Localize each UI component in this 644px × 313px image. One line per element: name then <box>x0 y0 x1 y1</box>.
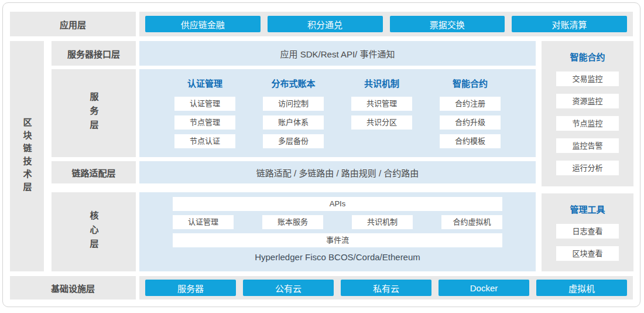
core-apis-bar: APIs <box>173 197 502 211</box>
service-group-auth: 认证管理 认证管理 节点管理 节点认证 <box>174 77 235 157</box>
core-modules-row: 认证管理 账本服务 共识机制 合约虚拟机 <box>173 215 502 229</box>
core-module: 认证管理 <box>173 215 234 229</box>
core-module: 共识机制 <box>352 215 413 229</box>
server-interface-layer-label: 服务器接口层 <box>52 41 136 66</box>
core-event-stream-bar: 事件流 <box>173 233 502 247</box>
service-item: 账户体系 <box>263 115 324 130</box>
service-layer-panel: 认证管理 认证管理 节点管理 节点认证 分布式账本 访问控制 账户体系 多层备份… <box>139 69 536 157</box>
service-layer-label: 服务层 <box>52 69 136 157</box>
monitor-item: 节点监控 <box>556 116 619 131</box>
link-adapter-content: 链路适配 / 多链路由 / 路由规则 / 合约路由 <box>139 161 536 183</box>
infra-box-private-cloud: 私有云 <box>341 280 431 296</box>
infra-layer-label: 基础设施层 <box>10 276 136 300</box>
service-group-header: 智能合约 <box>440 77 501 89</box>
infra-box-docker: Docker <box>439 280 529 296</box>
architecture-diagram: 应用层 供应链金融 积分通兑 票据交换 对账清算 区块链技术层 服务器接口层 服… <box>0 0 644 313</box>
tools-panel-items: 日志查看 区块查看 <box>542 224 633 261</box>
infra-layer-band: 服务器 公有云 私有云 Docker 虚拟机 <box>139 276 633 300</box>
core-platforms-text: Hyperledger Fisco BCOS/Corda/Ethereum <box>173 252 502 262</box>
service-group-header: 认证管理 <box>174 77 235 89</box>
service-group-ledger: 分布式账本 访问控制 账户体系 多层备份 <box>263 77 324 157</box>
core-module: 合约虚拟机 <box>441 215 502 229</box>
service-group-smart-contract: 智能合约 合约注册 合约升级 合约模板 <box>440 77 501 157</box>
app-layer-band: 供应链金融 积分通兑 票据交换 对账清算 <box>139 12 633 36</box>
tools-item: 区块查看 <box>556 246 619 261</box>
infra-box-public-cloud: 公有云 <box>243 280 334 296</box>
app-layer-label: 应用层 <box>10 12 136 36</box>
core-layer-text: 核心层 <box>88 211 100 253</box>
service-item: 认证管理 <box>174 97 235 111</box>
core-module: 账本服务 <box>262 215 323 229</box>
service-item: 合约注册 <box>440 97 501 111</box>
link-adapter-layer-label: 链路适配层 <box>52 161 136 183</box>
service-item: 共识管理 <box>351 97 412 111</box>
blockchain-tech-layer-text: 区块链技术层 <box>21 118 33 195</box>
service-item: 节点管理 <box>174 115 235 130</box>
blockchain-tech-layer-label: 区块链技术层 <box>10 41 44 271</box>
core-layer-panel: APIs 认证管理 账本服务 共识机制 合约虚拟机 事件流 Hyperledge… <box>139 192 536 271</box>
service-group-header: 共识机制 <box>351 77 412 89</box>
service-item: 访问控制 <box>263 97 324 111</box>
tools-item: 日志查看 <box>556 224 619 239</box>
service-layer-text: 服务层 <box>88 92 100 134</box>
app-box-bill-exchange: 票据交换 <box>390 16 505 32</box>
app-box-reconciliation-clearing: 对账清算 <box>512 16 627 32</box>
monitor-item: 运行分析 <box>556 161 619 175</box>
monitor-panel: 智能合约 交易监控 资源监控 节点监控 监控告警 运行分析 <box>542 41 633 186</box>
service-group-header: 分布式账本 <box>263 77 324 89</box>
tools-panel-header: 管理工具 <box>542 193 633 215</box>
server-interface-content: 应用 SDK/Rest API/ 事件通知 <box>139 41 536 66</box>
service-item: 合约升级 <box>440 115 501 130</box>
service-item: 合约模板 <box>440 134 501 148</box>
monitor-panel-items: 交易监控 资源监控 节点监控 监控告警 运行分析 <box>542 72 633 175</box>
core-layer-label: 核心层 <box>52 192 136 271</box>
app-box-points-exchange: 积分通兑 <box>268 16 383 32</box>
monitor-item: 资源监控 <box>556 94 619 108</box>
service-group-consensus: 共识机制 共识管理 共识分区 <box>351 77 412 157</box>
service-item: 多层备份 <box>263 134 324 148</box>
infra-box-server: 服务器 <box>145 280 236 296</box>
service-item: 节点认证 <box>174 134 235 148</box>
monitor-item: 交易监控 <box>556 72 619 86</box>
monitor-item: 监控告警 <box>556 138 619 153</box>
service-item: 共识分区 <box>351 115 412 130</box>
tools-panel: 管理工具 日志查看 区块查看 <box>542 193 633 271</box>
monitor-panel-header: 智能合约 <box>542 41 633 63</box>
app-box-supply-chain-finance: 供应链金融 <box>145 16 261 32</box>
infra-box-vm: 虚拟机 <box>536 280 627 296</box>
